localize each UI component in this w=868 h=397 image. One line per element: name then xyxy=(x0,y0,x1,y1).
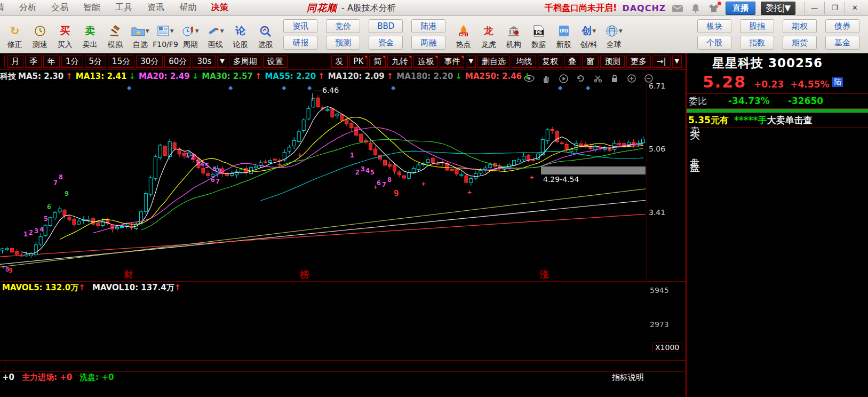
period-button-设置[interactable]: 设置 xyxy=(263,55,288,68)
toolbar-item-数据[interactable]: PE数据 xyxy=(526,21,551,48)
close-button[interactable]: ✕ xyxy=(845,2,865,14)
period-dropdown[interactable]: ▼ xyxy=(217,55,227,68)
period-button-多周期[interactable]: 多周期 xyxy=(229,55,261,68)
order-button[interactable]: 委托|▼ xyxy=(761,2,795,15)
live-button[interactable]: 直播 xyxy=(726,2,755,15)
toolbar-item-F10/F9[interactable]: ▼F10/F9 xyxy=(153,21,178,48)
toolbar-item-买入[interactable]: 买买入 xyxy=(52,21,77,48)
event-diamond-icon[interactable]: ◆ xyxy=(228,84,233,91)
minimize-button[interactable]: — xyxy=(804,2,824,14)
menu-item-资讯[interactable]: 资讯 xyxy=(140,2,172,13)
toolbar-item-测速[interactable]: 测速 xyxy=(27,21,52,48)
chart-option-删自选[interactable]: 删自选 xyxy=(477,55,510,68)
zoom-out-icon[interactable] xyxy=(643,74,654,83)
chart-option-叠[interactable]: 叠 xyxy=(564,55,580,68)
toolbar-button-基金[interactable]: 基金 xyxy=(825,36,859,50)
toolbar-item-论股[interactable]: 论论股 xyxy=(228,21,253,48)
candlestick-chart[interactable]: 科技MA5: 2.30↑MA13: 2.41↓MA20: 2.49↓MA30: … xyxy=(0,70,686,282)
eye-icon[interactable] xyxy=(524,74,535,83)
period-button-月[interactable]: 月 xyxy=(7,55,23,68)
toolbar-item-修正[interactable]: ↻修正 xyxy=(2,21,27,48)
toolbar-button-预测[interactable]: 预测 xyxy=(326,36,360,50)
chart-option-更多[interactable]: 更多 xyxy=(626,55,651,68)
toolbar-button-竞价[interactable]: 竞价 xyxy=(326,19,360,33)
stock-name-code[interactable]: 星星科技 300256 xyxy=(687,55,868,72)
toolbar-button-资金[interactable]: 资金 xyxy=(369,36,403,50)
event-diamond-icon[interactable]: ◆ xyxy=(586,84,590,91)
toolbar-item-模拟[interactable]: 模拟 xyxy=(102,21,128,48)
toolbar-button-个股[interactable]: 个股 xyxy=(697,36,731,50)
scissors-icon[interactable] xyxy=(592,74,603,83)
zoom-in-icon[interactable] xyxy=(626,74,637,83)
menu-item-智能[interactable]: 智能 xyxy=(76,2,108,13)
toolbar-button-期货[interactable]: 期货 xyxy=(783,36,817,50)
period-button-30分[interactable]: 30分 xyxy=(136,55,163,68)
period-button-15分[interactable]: 15分 xyxy=(108,55,134,68)
toolbar-button-两融[interactable]: 两融 xyxy=(411,36,445,50)
forward-arrow-icon[interactable]: ⬇ xyxy=(0,35,1,43)
toolbar-button-债券[interactable]: 债券 xyxy=(825,19,859,33)
chart-option-窗[interactable]: 窗 xyxy=(582,55,599,68)
period-button-5分[interactable]: 5分 xyxy=(85,55,107,68)
toolbar-button-期权[interactable]: 期权 xyxy=(783,19,817,33)
toolbar-button-板块[interactable]: 板块 xyxy=(697,19,731,33)
big-order-hint[interactable]: 5.35 元有 ***** 手 大卖单击查 xyxy=(687,113,868,128)
period-button-1分[interactable]: 1分 xyxy=(61,55,83,68)
toolbar-item-自选[interactable]: ★▼自选 xyxy=(128,21,153,48)
toolbar-item-新股[interactable]: IPO新股 xyxy=(551,21,576,48)
menu-item-交易[interactable]: 交易 xyxy=(44,2,76,13)
toolbar-button-指数[interactable]: 指数 xyxy=(740,36,774,50)
chart-option-九转[interactable]: 九转 xyxy=(387,55,412,68)
toolbar-button-股指[interactable]: 股指 xyxy=(740,19,774,33)
chart-option-简[interactable]: 简 xyxy=(369,55,386,68)
chart-option-复权[interactable]: 复权 xyxy=(538,55,562,68)
toolbar-button-研报[interactable]: 研报 xyxy=(283,36,317,50)
chart-option-事件[interactable]: 事件 xyxy=(440,55,464,68)
indicator-help-link[interactable]: 指标说明 xyxy=(612,372,644,383)
shirt-icon[interactable] xyxy=(707,3,720,13)
menu-item-partial[interactable]: 情 xyxy=(0,2,12,13)
period-button-30s[interactable]: 30s xyxy=(193,55,216,68)
toolbar-button-陆港[interactable]: 陆港 xyxy=(411,19,445,33)
period-button-60分[interactable]: 60分 xyxy=(164,55,191,68)
stock-code-entry[interactable]: DAQCHZ xyxy=(622,3,666,13)
play-icon[interactable] xyxy=(558,74,569,83)
event-diamond-icon[interactable]: ◆ xyxy=(127,84,131,91)
event-diamond-icon[interactable]: ◆ xyxy=(282,84,286,91)
chart-option-PK[interactable]: PK xyxy=(349,55,368,68)
lock-icon[interactable] xyxy=(609,74,620,83)
chart-option-发[interactable]: 发 xyxy=(331,55,348,68)
toolbar-button-资讯[interactable]: 资讯 xyxy=(283,19,317,33)
undo-icon[interactable] xyxy=(575,74,586,83)
toolbar-item-热点[interactable]: HOT热点 xyxy=(451,21,476,48)
period-button-季[interactable]: 季 xyxy=(25,55,42,68)
toolbar-item-创/科[interactable]: 创▼创/科 xyxy=(576,21,601,48)
chart-option-预测[interactable]: 预测 xyxy=(600,55,625,68)
menu-item-分析[interactable]: 分析 xyxy=(12,2,44,13)
toolbar-item-卖出[interactable]: 卖卖出 xyxy=(77,21,102,48)
period-button-年[interactable]: 年 xyxy=(43,55,60,68)
toolbar-item-画线[interactable]: ▼画线 xyxy=(203,21,228,48)
event-diamond-icon[interactable]: ◆ xyxy=(307,84,312,91)
toolbar-item-选股[interactable]: 选股 xyxy=(253,21,278,48)
menu-item-工具[interactable]: 工具 xyxy=(108,2,140,13)
toolbar-item-全球[interactable]: ▼全球 xyxy=(601,21,626,48)
mail-icon[interactable] xyxy=(671,3,684,13)
toolbar-item-龙虎[interactable]: 龙龙虎 xyxy=(476,21,501,48)
toolbar-button-BBD[interactable]: BBD xyxy=(369,19,403,33)
event-diamond-icon[interactable]: ◆ xyxy=(391,84,395,91)
menu-item-highlight[interactable]: 决策 xyxy=(204,2,236,13)
chart-option-→|[interactable]: →| xyxy=(652,55,671,68)
event-diamond-icon[interactable]: ◆ xyxy=(558,84,562,91)
toolbar-item-周期[interactable]: ▼周期 xyxy=(178,21,203,48)
chart-option-均线[interactable]: 均线 xyxy=(512,55,536,68)
chart-option-连板[interactable]: 连板 xyxy=(413,55,438,68)
chart-option-▼[interactable]: ▼ xyxy=(672,55,682,68)
chart-option-▼[interactable]: ▼ xyxy=(466,55,475,68)
bell-icon[interactable] xyxy=(689,3,702,13)
menu-item-帮助[interactable]: 帮助 xyxy=(172,2,204,13)
volume-pane[interactable]: MAVOL5: 132.0万↑ MAVOL10: 137.4万↑ 5945 29… xyxy=(0,282,686,361)
toolbar-item-机构[interactable]: 机构 xyxy=(501,21,526,48)
restore-button[interactable]: ❐ xyxy=(824,2,845,14)
hand-icon[interactable] xyxy=(541,74,552,83)
